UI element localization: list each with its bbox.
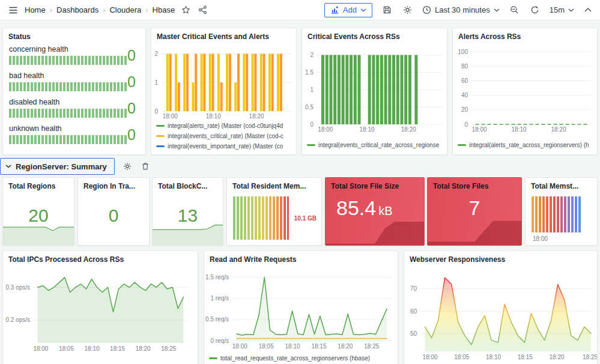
stat-unit: kB: [378, 204, 392, 217]
svg-text:18:25: 18:25: [364, 343, 379, 350]
panel-title[interactable]: Alerts Across RSs: [453, 28, 597, 43]
panel-title[interactable]: Status: [3, 28, 145, 43]
add-panel-label: Add: [343, 5, 357, 14]
series-color-mark: [156, 125, 165, 127]
svg-text:18:10: 18:10: [511, 126, 526, 133]
panel-title[interactable]: Read and Write Requests: [204, 251, 398, 265]
svg-text:18:05: 18:05: [59, 345, 74, 352]
add-panel-icon: [330, 5, 339, 14]
svg-text:60: 60: [410, 308, 417, 315]
add-panel-button[interactable]: Add: [324, 3, 372, 17]
ipcs-chart[interactable]: 0.2 ops/s0.3 ops/s18:0018:0518:1018:1518…: [3, 266, 198, 353]
panel-total-ipcs: Total IPCs Processed Across RSs 0.2 ops/…: [2, 250, 198, 364]
svg-text:70: 70: [410, 285, 417, 292]
clock-icon: [422, 5, 431, 14]
breadcrumb-separator: ›: [50, 5, 52, 14]
save-dashboard-button[interactable]: [381, 4, 393, 16]
status-label: unknown health: [9, 124, 139, 133]
critical-events-chart[interactable]: 00.511.5218:0018:1018:20: [302, 43, 447, 133]
collapse-nav-button[interactable]: [583, 7, 593, 13]
svg-text:18:20: 18:20: [401, 126, 416, 133]
dashboard-settings-button[interactable]: [402, 4, 413, 16]
panel-title[interactable]: Total BlockC...: [153, 178, 223, 192]
refresh-interval-dropdown[interactable]: 15m: [550, 5, 574, 14]
svg-text:18:10: 18:10: [206, 113, 221, 120]
alerts-chart[interactable]: 02040608010018:0018:1018:20: [453, 43, 597, 133]
time-range-picker[interactable]: Last 30 minutes: [422, 5, 500, 14]
svg-text:0.3 ops/s: 0.3 ops/s: [5, 284, 30, 291]
legend: total_read_requests_rate_across_regionse…: [209, 353, 395, 363]
svg-text:18:00: 18:00: [33, 345, 48, 352]
svg-text:1: 1: [310, 86, 314, 93]
legend-item[interactable]: integral(events_critical_rate_across_reg…: [307, 140, 444, 150]
series-color-mark: [307, 144, 315, 146]
panel-region-in-transition: Region In Tra... 0: [77, 177, 150, 246]
resident-memory-gauge-wrap: 10.1 GB: [227, 192, 321, 240]
legend-item[interactable]: total_read_requests_rate_across_regionse…: [209, 353, 395, 363]
breadcrumb-hbase[interactable]: Hbase: [153, 5, 175, 14]
svg-text:18:00: 18:00: [163, 113, 178, 120]
hamburger-menu-icon: [8, 5, 18, 15]
panel-title[interactable]: Region In Tra...: [78, 178, 149, 192]
svg-text:18:20: 18:20: [551, 126, 566, 133]
svg-text:0: 0: [154, 108, 158, 115]
status-row: disabled health 0: [9, 98, 139, 118]
refresh-button[interactable]: [529, 4, 541, 16]
legend-item[interactable]: integral(alerts_rate) (Master (cod-c0tun…: [156, 121, 293, 131]
svg-text:18:15: 18:15: [311, 343, 326, 350]
svg-text:18:10: 18:10: [285, 343, 300, 350]
trash-icon: [141, 162, 150, 171]
zoom-out-button[interactable]: [509, 4, 520, 16]
master-events-chart[interactable]: 01218:0018:1018:20: [151, 43, 296, 120]
share-button[interactable]: [197, 4, 208, 16]
chevron-up-icon: [584, 8, 592, 12]
panel-title[interactable]: Total Resident Mem...: [227, 178, 321, 192]
row-delete-button[interactable]: [140, 161, 151, 172]
panel-title[interactable]: Total Store Files: [428, 178, 521, 192]
stat-value: 10.1 GB: [294, 215, 317, 222]
row-toggle[interactable]: RegionServer: Summary: [0, 158, 115, 175]
panel-critical-events-rs: Critical Events Across RSs 00.511.5218:0…: [302, 28, 447, 155]
panel-title[interactable]: Total Memst...: [526, 178, 597, 192]
svg-text:1 req/s: 1 req/s: [210, 295, 229, 302]
breadcrumb-dashboards[interactable]: Dashboards: [56, 5, 98, 14]
svg-text:18:15: 18:15: [518, 354, 533, 360]
panel-webserver-responsiveness: Webserver Responsiveness 50607018:0018:0…: [404, 250, 598, 364]
menu-button[interactable]: [7, 4, 19, 16]
row-settings-button[interactable]: [122, 161, 133, 172]
svg-text:100: 100: [458, 49, 468, 55]
status-value: 0: [127, 48, 136, 63]
read-write-chart[interactable]: 0 req/s0.5 req/s1 req/s1.5 req/s18:0018:…: [204, 266, 398, 350]
legend-label: integral(events_critical_rate_across_reg…: [318, 142, 439, 148]
panel-alerts-rs: Alerts Across RSs 02040608010018:0018:10…: [452, 28, 598, 155]
panel-title[interactable]: Webserver Responsiveness: [404, 251, 597, 265]
panel-read-write-requests: Read and Write Requests 0 req/s0.5 req/s…: [204, 250, 398, 364]
panel-title[interactable]: Total Regions: [3, 178, 74, 192]
stat-value: 13: [153, 205, 223, 226]
svg-text:40: 40: [461, 92, 468, 99]
breadcrumb-home[interactable]: Home: [25, 5, 46, 14]
svg-text:18:20: 18:20: [136, 345, 151, 352]
stat-sparkline: [428, 216, 521, 245]
status-row: bad health 0: [9, 71, 139, 91]
webserver-chart[interactable]: 50607018:0018:0518:1018:1518:2018:25: [404, 266, 597, 361]
row-header-regionserver-summary: RegionServer: Summary: [0, 157, 598, 175]
breadcrumb-separator: ›: [103, 5, 105, 14]
svg-text:2: 2: [154, 50, 158, 57]
status-label: disabled health: [9, 98, 139, 106]
x-axis-label: 18:00: [533, 235, 597, 242]
legend-item[interactable]: integral(events_important_rate) (Master …: [156, 141, 293, 151]
panel-title[interactable]: Total IPCs Processed Across RSs: [3, 251, 198, 265]
breadcrumb-cloudera[interactable]: Cloudera: [109, 5, 141, 14]
favorite-button[interactable]: [180, 4, 192, 16]
panel-title[interactable]: Total Store File Size: [326, 178, 424, 192]
panel-title[interactable]: Master Critical Events and Alerts: [151, 28, 296, 43]
zoom-out-icon: [510, 5, 519, 14]
panel-total-resident-memory: Total Resident Mem... 10.1 GB: [226, 177, 322, 246]
panel-title[interactable]: Critical Events Across RSs: [302, 28, 447, 43]
svg-text:50: 50: [410, 330, 417, 337]
nav-actions: Add Last 30 minutes 15m: [324, 3, 593, 17]
svg-text:18:05: 18:05: [259, 343, 274, 350]
legend-item[interactable]: integral(events_critical_rate) (Master (…: [156, 131, 293, 141]
legend-item[interactable]: integral(alerts_rate_across_regionserver…: [458, 140, 594, 150]
